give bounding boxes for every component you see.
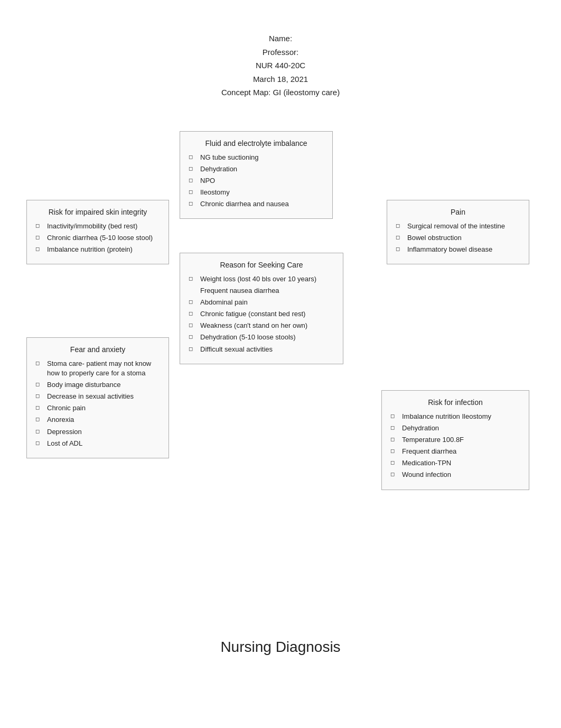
bullet-icon: ◻ <box>390 459 398 466</box>
bullet-icon: ◻ <box>396 222 403 229</box>
header-line4: March 18, 2021 <box>21 72 540 86</box>
list-item: ◻Depression <box>35 427 160 437</box>
header-section: Name: Professor: NUR 440-20C March 18, 2… <box>21 32 540 99</box>
list-item: ◻Weight loss (lost 40 bls over 10 years) <box>189 274 334 284</box>
list-item: ◻Ileostomy <box>189 188 324 197</box>
bullet-icon: ◻ <box>35 245 43 253</box>
bullet-icon: ◻ <box>35 416 43 423</box>
list-item: ◻Chronic diarrhea (5-10 loose stool) <box>35 233 160 243</box>
risk-infection-title: Risk for infection <box>390 398 520 407</box>
bullet-icon: ◻ <box>390 436 398 443</box>
fluid-electrolyte-list: ◻NG tube suctioning ◻Dehydration ◻NPO ◻I… <box>189 153 324 209</box>
list-item: ◻ Temperature 100.8F <box>390 435 520 445</box>
list-item: ◻NG tube suctioning <box>189 153 324 162</box>
list-item: ◻Medication-TPN <box>390 458 520 468</box>
bullet-icon: ◻ <box>189 310 196 317</box>
bullet-icon: ◻ <box>189 200 196 207</box>
page: Name: Professor: NUR 440-20C March 18, 2… <box>0 0 561 728</box>
bullet-icon: ◻ <box>189 165 196 172</box>
fear-anxiety-title: Fear and anxiety <box>35 345 160 354</box>
nursing-diagnosis-title: Nursing Diagnosis <box>21 628 540 656</box>
list-item: ◻Weakness (can't stand on her own) <box>189 321 334 330</box>
list-item: ◻Dehydration <box>189 164 324 174</box>
risk-skin-title: Risk for impaired skin integrity <box>35 208 160 216</box>
bullet-icon: ◻ <box>390 447 398 455</box>
fluid-electrolyte-box: Fluid and electrolyte imbalance ◻NG tube… <box>180 131 333 219</box>
pain-title: Pain <box>396 208 520 216</box>
list-item: ◻Abdominal pain <box>189 298 334 307</box>
list-item: ◻Stoma care- patient may not know how to… <box>35 359 160 378</box>
list-item: ◻Dehydration <box>390 423 520 433</box>
list-item: ◻Wound infection <box>390 470 520 480</box>
header-line1: Name: <box>21 32 540 45</box>
bullet-icon: ◻ <box>189 298 196 306</box>
risk-infection-box: Risk for infection ◻Imbalance nutrition … <box>381 390 529 490</box>
list-item: ◻Chronic fatigue (constant bed rest) <box>189 309 334 319</box>
list-item: ◻Anorexia <box>35 415 160 425</box>
fear-anxiety-list: ◻Stoma care- patient may not know how to… <box>35 359 160 449</box>
bullet-icon: ◻ <box>189 321 196 329</box>
bullet-icon: ◻ <box>396 234 403 241</box>
bullet-icon: ◻ <box>189 177 196 184</box>
bullet-icon: ◻ <box>35 428 43 435</box>
bullet-icon: ◻ <box>35 381 43 388</box>
bullet-icon: ◻ <box>390 412 398 420</box>
list-item: ◻Surgical removal of the intestine <box>396 222 520 231</box>
reason-title: Reason for Seeking Care <box>189 261 334 269</box>
reason-list: ◻Weight loss (lost 40 bls over 10 years)… <box>189 274 334 354</box>
concept-map-area: Fluid and electrolyte imbalance ◻NG tube… <box>21 131 540 607</box>
fluid-electrolyte-title: Fluid and electrolyte imbalance <box>189 139 324 148</box>
list-item: ◻Bowel obstruction <box>396 233 520 243</box>
list-item: ◻Frequent diarrhea <box>390 447 520 456</box>
list-item: ◻Decrease in sexual activities <box>35 392 160 401</box>
bullet-icon: ◻ <box>35 404 43 411</box>
list-item: ◻Body image disturbance <box>35 380 160 390</box>
bullet-icon: ◻ <box>189 275 196 282</box>
reason-box: Reason for Seeking Care ◻Weight loss (lo… <box>180 253 343 364</box>
header-line3: NUR 440-20C <box>21 59 540 72</box>
bullet-icon: ◻ <box>390 471 398 478</box>
bullet-icon: ◻ <box>35 222 43 229</box>
risk-skin-box: Risk for impaired skin integrity ◻Inacti… <box>26 200 169 265</box>
list-item: ◻Lost of ADL <box>35 439 160 448</box>
bullet-icon: ◻ <box>396 245 403 253</box>
header-line5: Concept Map: GI (ileostomy care) <box>21 86 540 99</box>
list-item: ◻Inflammatory bowel disease <box>396 245 520 254</box>
bullet-icon: ◻ <box>35 439 43 447</box>
list-item: ◻Dehydration (5-10 loose stools) <box>189 333 334 342</box>
risk-skin-list: ◻Inactivity/immobility (bed rest) ◻Chron… <box>35 222 160 255</box>
bullet-icon: ◻ <box>189 333 196 340</box>
bullet-icon: ◻ <box>390 424 398 431</box>
fear-anxiety-box: Fear and anxiety ◻Stoma care- patient ma… <box>26 337 169 459</box>
list-item: ◻Chronic diarrhea and nausea <box>189 199 324 209</box>
bullet-icon: ◻ <box>189 345 196 353</box>
bullet-icon: ◻ <box>35 392 43 400</box>
list-item: ◻Imbalance nutrition Ileostomy <box>390 412 520 421</box>
header-line2: Professor: <box>21 45 540 59</box>
list-item: ◻Inactivity/immobility (bed rest) <box>35 222 160 231</box>
risk-infection-list: ◻Imbalance nutrition Ileostomy ◻Dehydrat… <box>390 412 520 480</box>
list-item: ◻Chronic pain <box>35 403 160 413</box>
bullet-icon: ◻ <box>35 234 43 241</box>
bullet-icon: ◻ <box>189 153 196 161</box>
list-item: ◻Imbalance nutrition (protein) <box>35 245 160 254</box>
bullet-icon: ◻ <box>189 188 196 196</box>
list-item: ◻Difficult sexual activities <box>189 345 334 354</box>
pain-box: Pain ◻Surgical removal of the intestine … <box>387 200 529 265</box>
list-item: ◻NPO <box>189 176 324 186</box>
pain-list: ◻Surgical removal of the intestine ◻Bowe… <box>396 222 520 255</box>
bullet-icon: ◻ <box>35 360 43 367</box>
list-item: Frequent nausea diarrhea <box>189 286 334 296</box>
